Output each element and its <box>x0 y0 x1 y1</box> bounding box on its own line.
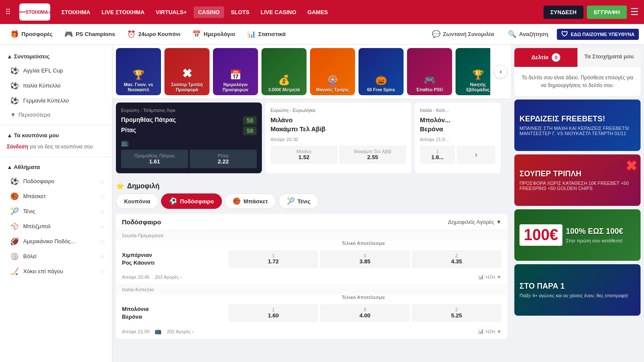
sidebar-item-italy-cup[interactable]: ⚽ Ιταλία Κύπελλο <box>0 78 112 93</box>
bet-team2-button[interactable]: Ρίτας 2.22 <box>190 150 257 168</box>
nav-search[interactable]: 🔍 Αναζήτηση <box>503 27 553 41</box>
nav-casino[interactable]: CASINO <box>194 6 224 18</box>
h2h-button[interactable]: 📊 H2H ▼ <box>478 274 501 280</box>
nav-24h-coupon[interactable]: ⏰ 24ωρο Κουπόνι <box>122 27 185 41</box>
live-match-card-1[interactable]: Ευρώπη - Τσάμπιονς Λιγκ Προμηθέας Πάτρας… <box>116 103 262 173</box>
nav-stoixima[interactable]: ΣΤΟΙΧΗΜΑ <box>57 6 95 18</box>
promo-card-cash[interactable]: 💰 3.000€ Μετρητά <box>261 48 307 95</box>
nav-live-chat[interactable]: 💬 Ζωντανή Συνομιλία <box>427 27 499 41</box>
odds-1-button[interactable]: 1 1.72 <box>228 250 318 268</box>
live-match-card-3[interactable]: Ιταλία - Κύπ... Μπολόν... Βερόνα Απόψε 2… <box>415 103 501 173</box>
promo-card-label: Μαν. Γιουν. vs Νιούκαστλ <box>118 82 158 93</box>
register-button[interactable]: ΕΓΓΡΑΦΗ <box>587 6 627 19</box>
nav-ps-champions[interactable]: 🎮 PS Champions <box>59 27 120 41</box>
live-match-card-2[interactable]: Ευρώπη - Ευρωλίγκα Μιλάνο Μακάμπι Τελ Αβ… <box>265 103 411 173</box>
result-header-col: Τελικό Αποτέλεσμα <box>225 295 501 300</box>
promo-banner-super-triple[interactable]: ΣΟΥΠΕΡ ΤΡΙΠΛΗ ΠΡΟΣΦΟΡΑ ΧΩΡΙΣ ΚΑΤΑΘΕΣΗ 10… <box>514 154 641 206</box>
teams-column: Μπολόνια Βερόνα <box>122 305 225 321</box>
favorite-icon[interactable]: ☆ <box>100 178 105 185</box>
betslip-tab-active[interactable]: Δελτίο 0 <box>514 48 577 67</box>
favorite-icon[interactable]: ☆ <box>100 208 105 215</box>
bet-team2-button[interactable]: Μακάμπι Τελ Αβίβ 2.55 <box>339 145 406 164</box>
odds-1-button[interactable]: 1 1.60 <box>228 304 318 322</box>
nav-games[interactable]: GAMES <box>303 6 332 18</box>
markets-count[interactable]: 203 Αγορές › <box>155 275 182 280</box>
nav-responsible[interactable]: 🛡 ΕΔΩ ΠΑΙΖΟΥΜΕ ΥΠΕΥΘΥΝΑ <box>557 29 639 40</box>
nav-virtuals[interactable]: VIRTUALS+ <box>152 6 191 18</box>
baseball-icon: ⚾ <box>10 222 19 230</box>
promo-card-free-spins[interactable]: 🎃 60 Free Spins <box>358 48 404 95</box>
nav-slots[interactable]: SLOTS <box>227 6 254 18</box>
tab-basketball[interactable]: 🏀 Μπάσκετ <box>225 193 276 209</box>
bet-team1-button[interactable]: Προμηθέας Πάτρας 1.61 <box>121 150 188 168</box>
offers-icon: 🎁 <box>10 30 19 38</box>
shortcuts-header[interactable]: ▲ Συντομεύσεις <box>0 50 112 63</box>
basketball-tab-icon: 🏀 <box>233 197 241 205</box>
promo-card-ps5[interactable]: 🎮 Έπαθλο PS5! <box>407 48 452 95</box>
sidebar-item-england-efl[interactable]: ⚽ Αγγλία EFL Cup <box>0 63 112 78</box>
h2h-button[interactable]: 📊 H2H ▼ <box>478 329 501 334</box>
logo-area[interactable]: game STOIXIMA .gr <box>19 3 50 21</box>
shortcuts-more[interactable]: ▼ Περισσότερα <box>0 108 112 121</box>
banner-title: ΣΟΥΠΕΡ ΤΡΙΠΛΗ <box>519 169 635 179</box>
league-row: Ιταλία-Κύπελλο <box>116 284 507 295</box>
sidebar-item-basketball[interactable]: 🏀 Μπάσκετ ☆ <box>0 189 112 204</box>
odds-2-button[interactable]: 2 4.35 <box>412 250 501 268</box>
promo-card-label: 3.000€ Μετρητά <box>268 87 300 93</box>
tab-coupons[interactable]: Κουπόνια <box>116 193 158 209</box>
favorite-icon[interactable]: ☆ <box>100 253 105 260</box>
odds-x-button[interactable]: Χ 3.85 <box>320 250 410 268</box>
carousel-next-button[interactable]: › <box>494 65 507 78</box>
bet-button[interactable]: 1 1.6... <box>420 145 455 164</box>
promo-card-super-triple[interactable]: ✖ Σούπερ Τριπλή Προσφορά <box>164 48 210 95</box>
promo-card-week-winner[interactable]: 🏆 Νικητής Εβδομάδας <box>456 48 490 95</box>
favorite-icon[interactable]: ☆ <box>100 238 105 245</box>
coupons-header[interactable]: ▲ Τα κουπόνια μου <box>0 129 112 142</box>
odds-2-button[interactable]: 2 5.25 <box>412 304 501 322</box>
carousel-next-live[interactable]: › <box>475 150 477 159</box>
grid-icon[interactable]: ⠿ <box>5 7 11 17</box>
promo-card-label: Ημερολόγιο Προσφορών <box>216 82 255 93</box>
sidebar-item-germany-cup[interactable]: ⚽ Γερμανία Κύπελλο <box>0 93 112 108</box>
sidebar-item-football[interactable]: ⚽ Ποδόσφαιρο ☆ <box>0 174 112 189</box>
nav-offers[interactable]: 🎁 Προσφορές <box>5 27 58 41</box>
responsible-icon: 🛡 <box>561 30 568 38</box>
bet-team1-button[interactable]: Μιλάνο 1.52 <box>270 145 337 164</box>
team1-name: Μπολόνια <box>122 305 225 313</box>
calendar-promo-icon: 📅 <box>230 69 241 81</box>
favorite-icon[interactable]: ☆ <box>100 268 105 275</box>
favorite-icon[interactable]: ☆ <box>100 193 105 200</box>
hamburger-menu-icon[interactable]: ☰ <box>630 6 639 18</box>
team1-bet-label: Μιλάνο <box>272 149 336 154</box>
promo-card-wheel[interactable]: 🎡 Μαγικός Τροχός <box>310 48 355 95</box>
promo-card-calendar[interactable]: 📅 Ημερολόγιο Προσφορών <box>213 48 258 95</box>
promo-banner-100eur[interactable]: 100€ 100% ΕΩΣ 100€ Στην πρώτη σου κατάθε… <box>514 209 641 261</box>
american-football-icon: 🏈 <box>10 237 19 245</box>
login-link[interactable]: Σύνδεση <box>7 144 28 150</box>
team1-row: Μιλάνο <box>270 115 406 124</box>
tab-tennis[interactable]: 🎾 Τένις <box>279 193 319 209</box>
promo-card-ps-champions[interactable]: 🏆 Μαν. Γιουν. vs Νιούκαστλ <box>116 48 161 95</box>
popular-markets-dropdown[interactable]: Δημοφιλείς Αγορές ▼ <box>448 219 501 225</box>
promo-banner-freebets[interactable]: ΚΕΡΔΙΖΕΙΣ FREEBETS! ΜΠΑΙΝΕΙΣ ΣΤΗ ΜΑΧΗ ΚΑ… <box>514 100 641 151</box>
sidebar-item-baseball[interactable]: ⚾ Μπέιζμπολ ☆ <box>0 219 112 234</box>
login-button[interactable]: ΣΥΝΔΕΣΗ <box>544 6 583 19</box>
nav-calendar[interactable]: 📅 Ημερολόγιο <box>187 27 240 41</box>
nav-stats[interactable]: 📊 Στατιστικά <box>242 27 291 41</box>
odds-x-button[interactable]: Χ 4.00 <box>320 304 410 322</box>
promo-banner-para1[interactable]: ΣΤΟ ΠΑΡΑ 1 Παίξε 4+ αγώνες και αν χάσεις… <box>514 264 641 316</box>
nav-live-stoixima[interactable]: LIVE ΣΤΟΙΧΗΜΑ <box>97 6 149 18</box>
sidebar-item-american-football[interactable]: 🏈 Αμερικάνικο Ποδός... ☆ <box>0 234 112 249</box>
stats-icon: 📊 <box>247 30 256 38</box>
sports-header[interactable]: ▲ Αθλήματα <box>0 160 112 174</box>
nav-live-casino[interactable]: LIVE CASINO <box>256 6 301 18</box>
markets-count[interactable]: 202 Αγορές › <box>167 329 194 334</box>
favorite-icon[interactable]: ☆ <box>100 223 105 230</box>
sidebar-item-tennis[interactable]: 🎾 Τένις ☆ <box>0 204 112 219</box>
main-layout: ▲ Συντομεύσεις ⚽ Αγγλία EFL Cup ⚽ Ιταλία… <box>0 45 644 362</box>
promo-card-label: 60 Free Spins <box>367 87 395 93</box>
sidebar-item-ice-hockey[interactable]: 🏒 Χόκει επί πάγου ☆ <box>0 264 112 279</box>
sidebar-item-volleyball[interactable]: 🏐 Βόλεϊ ☆ <box>0 249 112 264</box>
betslip-tab-mybets[interactable]: Τα Στοιχήματά μου <box>577 48 641 67</box>
tab-football[interactable]: ⚽ Ποδόσφαιρο <box>161 193 222 209</box>
